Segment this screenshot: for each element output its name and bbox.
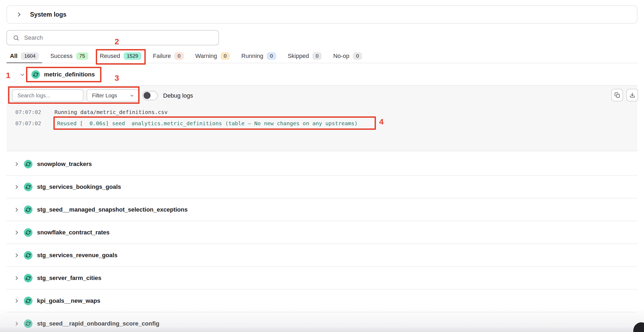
reused-status-icon <box>24 160 32 168</box>
reused-status-icon <box>24 183 32 191</box>
tab-count-badge: 0 <box>174 52 184 60</box>
reused-status-icon <box>24 297 32 305</box>
annotation-number-4: 4 <box>379 118 384 126</box>
tab-count-badge: 75 <box>76 52 88 60</box>
list-item-snowplow-trackers[interactable]: snowplow_trackers <box>6 153 638 176</box>
list-item-stg-services-revenue-goals[interactable]: stg_services_revenue_goals <box>6 244 638 267</box>
tab-reused[interactable]: Reused 1529 <box>96 49 145 63</box>
tab-label: Reused <box>100 53 120 60</box>
debug-logs-toggle[interactable] <box>142 91 158 100</box>
tab-count-badge: 0 <box>221 52 230 60</box>
list-item-label: snowflake_contract_rates <box>37 229 109 236</box>
chevron-right-icon <box>16 12 22 17</box>
chevron-right-icon <box>14 321 19 326</box>
tab-count-badge: 0 <box>267 52 276 60</box>
filter-logs-dropdown[interactable]: Filter Logs <box>87 89 139 102</box>
download-logs-button[interactable] <box>626 89 638 101</box>
system-logs-header[interactable]: System logs <box>6 5 638 24</box>
list-item-stg-services-bookings-goals[interactable]: stg_services_bookings_goals <box>6 176 638 198</box>
tab-label: All <box>10 53 17 60</box>
annotation-number-2: 2 <box>115 38 119 46</box>
list-item-snowflake-contract-rates[interactable]: snowflake_contract_rates <box>6 221 638 244</box>
list-item-label: stg_services_revenue_goals <box>37 252 118 259</box>
tab-label: Failure <box>153 53 171 60</box>
tab-count-badge: 1604 <box>21 52 39 60</box>
tab-count-badge: 0 <box>353 52 362 60</box>
tab-label: Success <box>50 53 72 60</box>
log-timestamp: 07:07:02 <box>15 109 41 115</box>
reused-status-icon <box>31 70 40 79</box>
log-panel: Filter Logs Debug logs 07:07:02 Running … <box>6 85 638 151</box>
debug-logs-label: Debug logs <box>163 92 193 99</box>
annotation-number-1: 1 <box>6 71 10 79</box>
log-search-input[interactable] <box>17 92 83 99</box>
reused-status-icon <box>24 205 32 214</box>
tab-all[interactable]: All 1604 <box>6 49 42 63</box>
chevron-right-icon <box>14 275 19 281</box>
filter-logs-label: Filter Logs <box>92 93 117 99</box>
list-item-label: stg_server_farm_cities <box>37 275 101 282</box>
tab-skipped[interactable]: Skipped 0 <box>284 49 325 63</box>
chevron-down-icon[interactable] <box>20 72 25 77</box>
page-title: System logs <box>30 11 67 18</box>
list-item-kpi-goals-new-waps[interactable]: kpi_goals__new_waps <box>6 290 638 312</box>
chevron-right-icon <box>14 253 19 258</box>
tab-failure[interactable]: Failure 0 <box>149 49 187 63</box>
reused-status-icon <box>24 274 32 282</box>
expanded-item-metric-definitions[interactable]: metric_definitions <box>26 67 101 82</box>
search-bar <box>6 30 219 45</box>
reused-status-icon <box>24 228 32 237</box>
list-item-label: stg_seed__rapid_onboarding_score_config <box>37 320 159 327</box>
list-item-stg-seed-managed-snapshot-selection-exceptions[interactable]: stg_seed__managed_snapshot_selection_exc… <box>6 198 638 221</box>
log-timestamp: 07:07:02 <box>15 120 41 127</box>
search-icon <box>13 35 19 41</box>
annotation-number-3: 3 <box>115 74 119 82</box>
copy-icon <box>614 92 620 98</box>
chevron-right-icon <box>14 207 19 212</box>
chevron-down-icon <box>130 94 134 98</box>
toggle-knob <box>144 92 151 99</box>
chevron-right-icon <box>14 161 19 167</box>
download-icon <box>630 92 635 98</box>
list-item-label: stg_seed__managed_snapshot_selection_exc… <box>37 206 188 213</box>
tab-count-badge: 1529 <box>124 52 141 60</box>
tab-running[interactable]: Running 0 <box>238 49 280 63</box>
tab-count-badge: 0 <box>312 52 322 60</box>
tab-label: Skipped <box>288 53 309 60</box>
tab-warning[interactable]: Warning 0 <box>192 49 233 63</box>
list-item-label: kpi_goals__new_waps <box>37 297 100 304</box>
log-search-bar <box>12 89 83 102</box>
list-item-label: snowplow_trackers <box>37 161 92 168</box>
list-item-label: stg_services_bookings_goals <box>37 183 121 190</box>
chevron-right-icon <box>14 230 19 235</box>
reused-status-icon <box>24 319 32 328</box>
expanded-item-row: metric_definitions <box>6 66 638 83</box>
log-line-running: Running data/metric_definitions.csv <box>54 109 167 115</box>
search-input[interactable] <box>24 34 218 42</box>
list-item-stg-seed-rapid-onboarding-score-config[interactable]: stg_seed__rapid_onboarding_score_config <box>6 312 638 332</box>
log-line-reused: Reused [ 0.06s] seed analytics.metric_de… <box>57 120 358 127</box>
status-tab-bar: All 1604 Success 75 Reused 1529 Failure … <box>6 49 638 63</box>
tab-label: Running <box>241 53 263 60</box>
tab-noop[interactable]: No-op 0 <box>330 49 366 63</box>
chevron-right-icon <box>14 298 19 304</box>
list-item-stg-server-farm-cities[interactable]: stg_server_farm_cities <box>6 267 638 290</box>
expanded-item-label: metric_definitions <box>44 71 95 78</box>
copy-logs-button[interactable] <box>611 89 623 101</box>
tab-label: No-op <box>333 53 349 60</box>
tab-success[interactable]: Success 75 <box>47 49 92 63</box>
tab-label: Warning <box>195 53 217 60</box>
chevron-right-icon <box>14 184 19 190</box>
reused-status-icon <box>24 251 32 260</box>
node-list: snowplow_trackers stg_services_bookings_… <box>6 153 638 332</box>
